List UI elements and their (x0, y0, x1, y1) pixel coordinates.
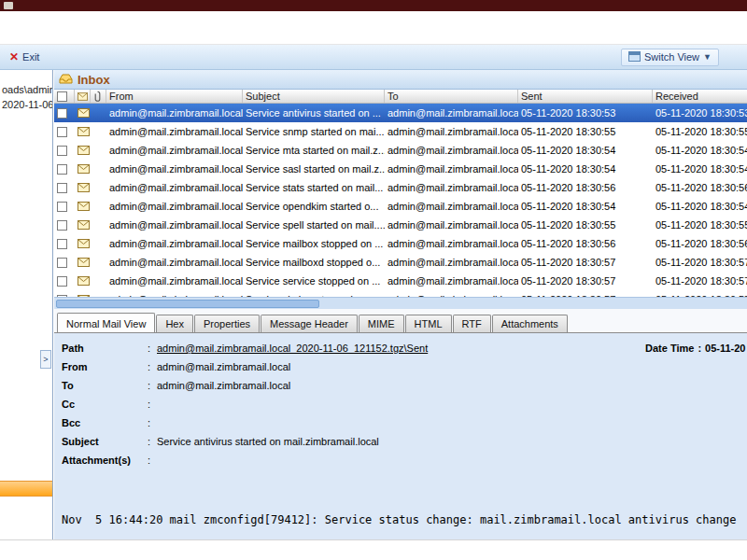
row-checkbox[interactable] (57, 239, 67, 249)
table-row[interactable]: admin@mail.zimbramail.localService opend… (54, 197, 747, 216)
cell-subject: Service opendkim started o... (243, 197, 385, 216)
row-checkbox[interactable] (57, 108, 67, 119)
header-from[interactable]: From (106, 90, 243, 103)
cell-sent: 05-11-2020 18:30:53 (518, 104, 653, 122)
mail-icon (78, 108, 90, 118)
cell-subject: Service snmp started on mai... (243, 122, 385, 141)
row-checkbox[interactable] (57, 258, 67, 268)
switch-view-button[interactable]: Switch View ▼ (621, 49, 719, 66)
row-checkbox[interactable] (57, 276, 67, 287)
cell-from: admin@mail.zimbramail.local (106, 122, 243, 141)
header-checkbox-column[interactable] (54, 90, 75, 103)
field-value[interactable]: admin@mail.zimbramail.local_2020-11-06_1… (157, 339, 428, 357)
field-label: To (62, 376, 148, 395)
field-colon: : (148, 451, 157, 469)
list-header: From Subject To Sent Received (54, 90, 747, 104)
cell-sent: 05-11-2020 18:30:57 (518, 272, 653, 290)
app-icon (4, 2, 13, 9)
field-label: Bcc (62, 413, 148, 432)
field-value: admin@mail.zimbramail.local (157, 357, 290, 376)
table-row[interactable]: admin@mail.zimbramail.localService antiv… (54, 104, 747, 122)
tab-properties[interactable]: Properties (194, 315, 260, 332)
field-label: Cc (62, 395, 148, 413)
cell-received: 05-11-2020 18:30:56 (653, 234, 747, 253)
tab-hex[interactable]: Hex (156, 315, 193, 332)
table-row[interactable]: admin@mail.zimbramail.localService mailb… (54, 253, 747, 272)
inbox-title: Inbox (78, 73, 110, 87)
cell-subject: Service mta started on mail.z... (243, 141, 385, 160)
tab-normal-mail-view[interactable]: Normal Mail View (57, 313, 155, 332)
cell-sent: 05-11-2020 18:30:55 (518, 216, 653, 234)
date-time-label: Date Time (645, 343, 694, 354)
row-checkbox[interactable] (57, 127, 67, 137)
app-window: ✕ Exit Switch View ▼ oads\admin 2020-11-… (0, 0, 747, 560)
date-time: Date Time:05-11-20 (645, 339, 745, 357)
mail-detail-pane: Path:admin@mail.zimbramail.local_2020-11… (54, 333, 747, 539)
field-label: From (62, 357, 148, 376)
expand-button[interactable]: > (40, 350, 51, 369)
date-time-value: 05-11-20 (705, 343, 745, 354)
tree-item-date[interactable]: 2020-11-06, (0, 97, 52, 112)
folder-tree-panel: oads\admin 2020-11-06, > (0, 70, 53, 539)
table-row[interactable]: admin@mail.zimbramail.localService snmp … (54, 122, 747, 141)
table-row[interactable]: admin@mail.zimbramail.localService mta s… (54, 141, 747, 160)
row-checkbox[interactable] (57, 146, 67, 156)
cell-received: 05-11-2020 18:30:53 (653, 104, 747, 122)
tree-item-archive[interactable]: oads\admin (0, 82, 52, 97)
exit-icon: ✕ (9, 51, 19, 63)
row-checkbox[interactable] (57, 220, 67, 231)
cell-received: 05-11-2020 18:30:55 (653, 216, 747, 234)
header-sent[interactable]: Sent (518, 90, 653, 103)
cell-from: admin@mail.zimbramail.local (106, 272, 243, 290)
window-footer (0, 539, 747, 560)
cell-received: 05-11-2020 18:30:57 (653, 272, 747, 290)
header-mail-icon-column[interactable] (75, 90, 91, 103)
table-row[interactable]: admin@mail.zimbramail.localService stats… (54, 178, 747, 197)
detail-field-subject: Subject:Service antivirus started on mai… (62, 432, 504, 451)
header-attachment-column[interactable] (91, 90, 106, 103)
row-checkbox[interactable] (57, 202, 67, 212)
cell-to: admin@mail.zimbramail.local (385, 178, 518, 197)
cell-received: 05-11-2020 18:30:55 (653, 122, 747, 141)
row-checkbox[interactable] (57, 164, 67, 175)
cell-from: admin@mail.zimbramail.local (106, 253, 243, 272)
header-received[interactable]: Received (653, 90, 747, 103)
exit-button[interactable]: ✕ Exit (4, 49, 45, 64)
selected-folder-highlight[interactable] (0, 481, 52, 497)
mail-list: admin@mail.zimbramail.localService antiv… (54, 104, 747, 309)
field-colon: : (148, 413, 157, 432)
cell-from: admin@mail.zimbramail.local (106, 141, 243, 160)
cell-subject: Service mailboxd stopped o... (243, 253, 385, 272)
mail-icon (78, 276, 90, 286)
table-row[interactable]: admin@mail.zimbramail.localService servi… (54, 272, 747, 290)
cell-to: admin@mail.zimbramail.local (385, 141, 518, 160)
cell-to: admin@mail.zimbramail.local (385, 104, 518, 122)
titlebar (0, 0, 747, 11)
tab-html[interactable]: HTML (405, 315, 452, 332)
cell-sent: 05-11-2020 18:30:56 (518, 234, 653, 253)
table-row[interactable]: admin@mail.zimbramail.localService sasl … (54, 160, 747, 178)
tab-mime[interactable]: MIME (359, 315, 404, 332)
scrollbar-thumb[interactable] (56, 300, 319, 308)
header-to[interactable]: To (385, 90, 518, 103)
table-row[interactable]: admin@mail.zimbramail.localService spell… (54, 216, 747, 234)
header-subject[interactable]: Subject (243, 90, 385, 103)
cell-received: 05-11-2020 18:30:54 (653, 141, 747, 160)
cell-from: admin@mail.zimbramail.local (106, 234, 243, 253)
tab-attachments[interactable]: Attachments (492, 315, 568, 332)
field-value: admin@mail.zimbramail.local (157, 376, 290, 395)
cell-subject: Service sasl started on mail.z... (243, 160, 385, 178)
select-all-checkbox[interactable] (57, 91, 67, 102)
cell-from: admin@mail.zimbramail.local (106, 160, 243, 178)
cell-from: admin@mail.zimbramail.local (106, 104, 243, 122)
horizontal-scrollbar[interactable] (54, 297, 747, 309)
mail-icon (78, 239, 90, 248)
field-colon: : (148, 357, 157, 376)
tab-rtf[interactable]: RTF (453, 315, 491, 332)
table-row[interactable]: admin@mail.zimbramail.localService mailb… (54, 234, 747, 253)
mail-icon (78, 220, 90, 230)
row-checkbox[interactable] (57, 183, 67, 193)
tab-message-header[interactable]: Message Header (261, 315, 358, 332)
cell-from: admin@mail.zimbramail.local (106, 178, 243, 197)
cell-sent: 05-11-2020 18:30:57 (518, 253, 653, 272)
